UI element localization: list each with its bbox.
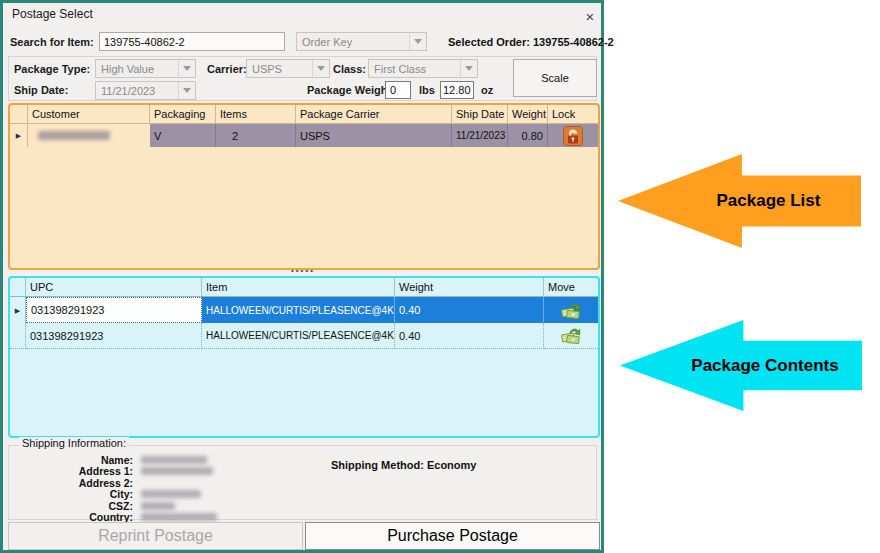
name-label: Name: — [11, 454, 133, 466]
purchase-postage-button[interactable]: Purchase Postage — [305, 522, 600, 550]
lbs-label: lbs — [419, 84, 435, 96]
redacted-country — [141, 513, 217, 521]
move-money-icon — [560, 301, 582, 320]
ship-date-value: 11/21/2023 — [96, 85, 178, 97]
package-list-header: Customer Packaging Items Package Carrier… — [10, 105, 598, 124]
weight-cell: 0.40 — [395, 323, 544, 349]
chevron-down-icon — [409, 33, 426, 50]
weight-cell: 0.80 — [508, 124, 548, 147]
col-weight[interactable]: Weight — [508, 105, 548, 124]
scale-button-label: Scale — [541, 72, 569, 84]
order-key-value: Order Key — [297, 36, 409, 48]
move-money-icon[interactable] — [544, 323, 598, 349]
package-contents-annotation-label: Package Contents — [691, 356, 838, 376]
scale-button[interactable]: Scale — [513, 59, 597, 97]
upc-cell-editing[interactable]: 031398291923 — [26, 297, 202, 323]
address1-label: Address 1: — [11, 465, 133, 477]
col-customer[interactable]: Customer — [28, 105, 150, 124]
shipping-info-legend: Shipping Information: — [19, 437, 129, 449]
chevron-down-icon — [460, 60, 477, 77]
redacted-customer-name — [38, 131, 110, 140]
item-cell: HALLOWEEN/CURTIS/PLEASENCE@4KHD... — [202, 297, 395, 323]
package-list-row[interactable]: ▶ V 2 USPS 11/21/2023 0.80 — [10, 124, 598, 147]
chevron-down-icon — [312, 60, 329, 77]
package-contents-header: UPC Item Weight Move — [10, 278, 598, 297]
package-carrier-cell: USPS — [296, 124, 452, 147]
class-label: Class: — [333, 63, 366, 75]
customer-cell — [28, 124, 150, 147]
order-key-dropdown[interactable]: Order Key — [296, 32, 427, 51]
col-weight[interactable]: Weight — [395, 278, 544, 297]
address2-label: Address 2: — [11, 477, 133, 489]
package-type-label: Package Type: — [14, 63, 90, 75]
carrier-label: Carrier: — [207, 63, 247, 75]
item-cell: HALLOWEEN/CURTIS/PLEASENCE@4KHD... — [202, 323, 395, 349]
oz-label: oz — [481, 84, 493, 96]
package-type-value: High Value — [96, 63, 178, 75]
items-cell: 2 — [216, 124, 296, 147]
move-money-icon[interactable] — [544, 297, 598, 323]
package-contents-grid: UPC Item Weight Move ▶ 031398291923 HALL… — [8, 276, 600, 438]
row-marker-icon: ▶ — [10, 124, 28, 147]
search-input[interactable] — [99, 32, 285, 51]
postage-select-dialog: Postage Select × Search for Item: Order … — [0, 0, 604, 553]
redacted-csz — [141, 502, 175, 510]
col-move[interactable]: Move — [544, 278, 598, 297]
ship-date-dropdown[interactable]: 11/21/2023 — [95, 81, 196, 100]
ship-date-label: Ship Date: — [14, 84, 68, 96]
dialog-title: Postage Select — [12, 7, 93, 21]
upc-cell[interactable]: 031398291923 — [26, 323, 202, 349]
screenshot-stage: Postage Select × Search for Item: Order … — [0, 0, 880, 553]
chevron-down-icon — [178, 82, 195, 99]
col-item[interactable]: Item — [202, 278, 395, 297]
redacted-city — [141, 490, 201, 498]
csz-label: CSZ: — [11, 500, 133, 512]
close-icon[interactable]: × — [580, 6, 600, 26]
class-dropdown[interactable]: First Class — [368, 59, 478, 78]
grid-splitter-handle[interactable]: ••••• — [291, 267, 315, 275]
row-header-cell — [10, 105, 28, 124]
col-package-carrier[interactable]: Package Carrier — [296, 105, 452, 124]
search-for-item-label: Search for Item: — [10, 36, 94, 48]
col-packaging[interactable]: Packaging — [150, 105, 216, 124]
package-list-annotation: Package List — [618, 152, 861, 250]
reprint-postage-label: Reprint Postage — [98, 527, 213, 545]
package-contents-annotation: Package Contents — [620, 318, 862, 413]
shipping-method-text: Shipping Method: Economy — [331, 459, 476, 471]
carrier-value: USPS — [247, 63, 312, 75]
package-contents-row[interactable]: 031398291923 HALLOWEEN/CURTIS/PLEASENCE@… — [10, 323, 598, 349]
selected-order-text: Selected Order: 139755-40862-2 — [448, 36, 614, 48]
weight-cell: 0.40 — [395, 297, 544, 323]
package-contents-row[interactable]: ▶ 031398291923 HALLOWEEN/CURTIS/PLEASENC… — [10, 297, 598, 323]
row-marker-icon: ▶ — [10, 297, 26, 323]
row-header-cell — [10, 278, 26, 297]
redacted-name — [141, 456, 207, 464]
move-money-icon — [560, 326, 582, 345]
class-value: First Class — [369, 63, 460, 75]
col-items[interactable]: Items — [216, 105, 296, 124]
col-ship-date[interactable]: Ship Date — [452, 105, 508, 124]
package-type-dropdown[interactable]: High Value — [95, 59, 196, 78]
shipping-fields: Name: Address 1: Address 2: City: CSZ: C… — [11, 454, 311, 523]
row-header-cell — [10, 323, 26, 349]
package-weight-label: Package Weight: — [307, 84, 395, 96]
lock-icon[interactable] — [548, 124, 598, 147]
carrier-dropdown[interactable]: USPS — [246, 59, 330, 78]
col-lock[interactable]: Lock — [548, 105, 598, 124]
package-list-annotation-label: Package List — [717, 191, 821, 211]
package-list-grid: Customer Packaging Items Package Carrier… — [8, 103, 600, 270]
purchase-postage-label: Purchase Postage — [387, 527, 518, 545]
city-label: City: — [11, 488, 133, 500]
redacted-address1 — [141, 467, 213, 475]
packaging-cell: V — [150, 124, 216, 147]
weight-oz-input[interactable] — [440, 81, 474, 99]
reprint-postage-button: Reprint Postage — [8, 522, 303, 550]
ship-date-cell: 11/21/2023 — [452, 124, 508, 147]
weight-lbs-input[interactable] — [385, 81, 411, 99]
lock-icon — [563, 126, 583, 146]
chevron-down-icon — [178, 60, 195, 77]
col-upc[interactable]: UPC — [26, 278, 202, 297]
